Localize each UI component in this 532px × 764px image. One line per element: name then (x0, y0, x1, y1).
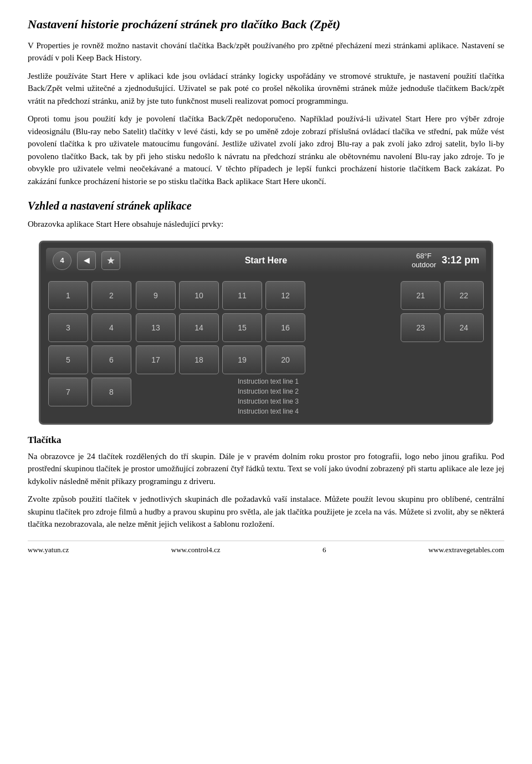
btn-4[interactable]: 4 (91, 313, 131, 342)
btn-10[interactable]: 10 (179, 281, 219, 310)
btn-19[interactable]: 19 (222, 345, 262, 374)
right-row-2: 23 24 (401, 313, 484, 342)
right-row-1: 21 22 (401, 281, 484, 310)
ui-screenshot: 4 ◀ ★ Start Here 68°F outdoor 3:12 pm 1 … (39, 241, 493, 425)
center-row-1: 9 10 11 12 (136, 281, 396, 310)
center-button-group: 9 10 11 12 13 14 15 16 17 18 19 20 Instr… (136, 281, 396, 415)
btn-17[interactable]: 17 (136, 345, 176, 374)
paragraph-3: Oproti tomu jsou použití kdy je povolení… (28, 113, 504, 187)
btn-18[interactable]: 18 (179, 345, 219, 374)
btn-8[interactable]: 8 (91, 378, 131, 406)
btn-12[interactable]: 12 (265, 281, 305, 310)
instruction-area: Instruction text line 1 Instruction text… (136, 378, 396, 415)
btn-23[interactable]: 23 (401, 313, 441, 342)
btn-5[interactable]: 5 (48, 345, 88, 374)
instruction-line-2: Instruction text line 2 (140, 388, 396, 395)
paragraph-1: V Properties je rovněž možno nastavit ch… (28, 39, 504, 64)
channel-button[interactable]: 4 (53, 251, 71, 270)
footer-left: www.yatun.cz (28, 546, 69, 554)
btn-13[interactable]: 13 (136, 313, 176, 342)
left-row-2: 3 4 (48, 313, 131, 342)
section3-paragraph-1: Na obrazovce je 24 tlačítek rozdělených … (28, 450, 504, 488)
btn-16[interactable]: 16 (265, 313, 305, 342)
btn-1[interactable]: 1 (48, 281, 88, 310)
star-button[interactable]: ★ (101, 251, 120, 270)
btn-21[interactable]: 21 (401, 281, 441, 310)
btn-7[interactable]: 7 (48, 378, 88, 406)
btn-20[interactable]: 20 (265, 345, 305, 374)
buttons-area: 1 2 3 4 5 6 7 8 9 10 11 12 (46, 279, 486, 417)
footer-right: www.extravegetables.com (428, 546, 504, 554)
page-footer: www.yatun.cz www.control4.cz 6 www.extra… (28, 541, 504, 554)
left-row-3: 5 6 (48, 345, 131, 374)
instruction-line-3: Instruction text line 3 (140, 398, 396, 405)
btn-6[interactable]: 6 (91, 345, 131, 374)
back-button[interactable]: ◀ (77, 251, 96, 270)
btn-9[interactable]: 9 (136, 281, 176, 310)
left-row-4: 7 8 (48, 378, 131, 406)
right-button-group: 21 22 23 24 (401, 281, 484, 415)
section2-intro: Obrazovka aplikace Start Here obsahuje n… (28, 218, 504, 231)
footer-center-left: www.control4.cz (171, 546, 221, 554)
btn-24[interactable]: 24 (444, 313, 484, 342)
center-row-3: 17 18 19 20 (136, 345, 396, 374)
btn-2[interactable]: 2 (91, 281, 131, 310)
btn-22[interactable]: 22 (444, 281, 484, 310)
section2-title: Vzhled a nastavení stránek aplikace (28, 200, 504, 212)
ui-topbar: 4 ◀ ★ Start Here 68°F outdoor 3:12 pm (46, 248, 486, 273)
left-button-group: 1 2 3 4 5 6 7 8 (48, 281, 131, 415)
left-row-1: 1 2 (48, 281, 131, 310)
page-title: Nastavení historie procházení stránek pr… (28, 17, 504, 33)
section3-paragraph-2: Zvolte způsob použití tlačítek v jednotl… (28, 493, 504, 531)
instruction-line-4: Instruction text line 4 (140, 408, 396, 415)
btn-15[interactable]: 15 (222, 313, 262, 342)
paragraph-2: Jestliže používáte Start Here v aplikaci… (28, 70, 504, 108)
center-row-2: 13 14 15 16 (136, 313, 396, 342)
time-display: 3:12 pm (442, 254, 479, 266)
btn-14[interactable]: 14 (179, 313, 219, 342)
weather-display: 68°F outdoor (412, 252, 436, 269)
app-title: Start Here (126, 256, 406, 266)
btn-11[interactable]: 11 (222, 281, 262, 310)
instruction-line-1: Instruction text line 1 (140, 378, 396, 385)
section3-title: Tlačítka (28, 435, 504, 446)
btn-3[interactable]: 3 (48, 313, 88, 342)
footer-page-number: 6 (323, 546, 326, 554)
